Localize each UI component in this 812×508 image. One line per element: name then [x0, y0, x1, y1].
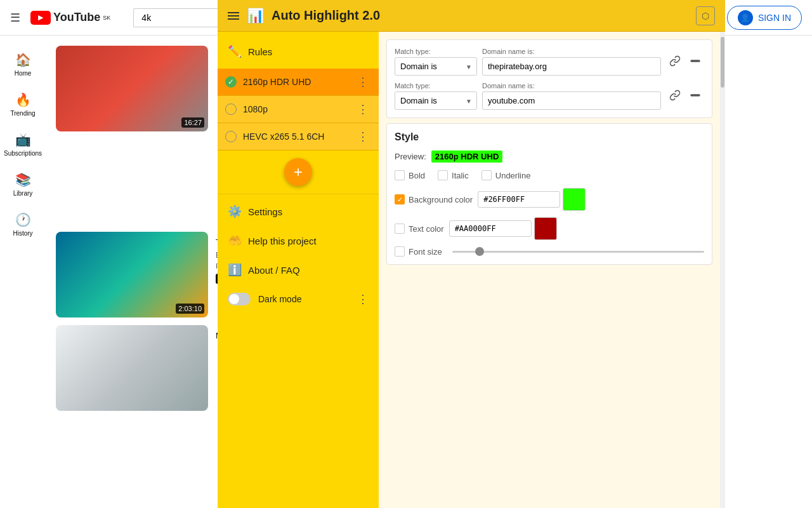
font-size-slider[interactable] — [452, 251, 704, 253]
yt-menu-icon[interactable]: ☰ — [10, 11, 20, 25]
bold-label: Bold — [409, 171, 425, 180]
video-thumbnail-1: 16:27 — [56, 46, 208, 131]
match-type-group-1: Match type: Domain is — [395, 48, 477, 76]
ext-external-link-button[interactable]: ⬡ — [696, 6, 715, 25]
ext-menu-button[interactable] — [228, 12, 239, 20]
ext-dark-mode-label: Dark mode — [258, 294, 357, 304]
rule-item-1080p[interactable]: 1080p ⋮ — [218, 96, 379, 123]
italic-checkbox[interactable] — [438, 170, 448, 180]
rule-menu-2160p[interactable]: ⋮ — [357, 75, 369, 89]
dark-mode-menu[interactable]: ⋮ — [357, 292, 369, 306]
domain-name-group-2: Domain name is: — [482, 82, 661, 110]
ext-add-rule-button[interactable]: + — [284, 158, 312, 186]
video-duration-1: 16:27 — [181, 117, 204, 128]
text-color-group: Text color — [395, 224, 444, 234]
minus-icon-2 — [690, 90, 701, 101]
italic-group: Italic — [438, 170, 469, 180]
text-color-input-group — [449, 217, 704, 240]
yt-logo: YouTubeSK — [30, 11, 110, 25]
ext-header: 📊 Auto Highlight 2.0 ⬡ — [218, 0, 725, 32]
ext-dark-mode-row: Dark mode ⋮ — [218, 284, 379, 314]
ext-dark-mode-toggle[interactable] — [228, 293, 251, 305]
domain-link-button-1[interactable] — [666, 52, 684, 70]
domain-name-input-2[interactable] — [482, 91, 661, 110]
ext-body: ✏️ Rules ✓ 2160p HDR UHD ⋮ 1080p ⋮ HEVC … — [218, 32, 725, 508]
domain-name-label-2: Domain name is: — [482, 82, 661, 90]
ext-title: Auto Highlight 2.0 — [272, 8, 688, 23]
sidebar-library-label: Library — [13, 190, 33, 197]
text-color-swatch[interactable] — [534, 217, 557, 240]
rule-label-2160p: 2160p HDR UHD — [243, 77, 357, 87]
sidebar-item-home[interactable]: 🏠 Home — [0, 46, 46, 83]
bold-group: Bold — [395, 170, 425, 180]
ext-sidebar-settings[interactable]: ⚙️ Settings — [218, 197, 379, 226]
rule-menu-1080p[interactable]: ⋮ — [357, 102, 369, 116]
ext-scrollbar-thumb[interactable] — [721, 37, 724, 88]
video-card-1[interactable]: 16:27 — [56, 46, 208, 219]
domain-actions-1 — [666, 52, 704, 71]
sidebar-trending-label: Trending — [10, 110, 35, 117]
yt-logo-text: YouTube — [53, 11, 100, 24]
text-color-input[interactable] — [449, 220, 532, 237]
svg-rect-0 — [691, 60, 700, 62]
match-type-group-2: Match type: Domain is — [395, 82, 477, 110]
underline-group: Underline — [481, 170, 531, 180]
font-size-row: Font size — [395, 246, 704, 257]
font-size-checkbox[interactable] — [395, 246, 405, 257]
home-icon: 🏠 — [15, 52, 31, 67]
rule-item-hevc[interactable]: HEVC x265 5.1 6CH ⋮ — [218, 123, 379, 150]
match-type-select-2[interactable]: Domain is — [395, 91, 477, 110]
match-type-select-1[interactable]: Domain is — [395, 57, 477, 76]
extension-overlay: 📊 Auto Highlight 2.0 ⬡ ✏️ Rules ✓ 2160p … — [218, 0, 725, 508]
rule-menu-hevc[interactable]: ⋮ — [357, 130, 369, 144]
domain-actions-2 — [666, 86, 704, 105]
settings-icon: ⚙️ — [228, 204, 240, 218]
domain-remove-button-2[interactable] — [686, 86, 704, 104]
video-list-duration-1: 2:03:10 — [176, 304, 204, 314]
bg-color-checkbox[interactable] — [395, 194, 405, 204]
sidebar-history-label: History — [13, 230, 32, 237]
ext-sidebar-rules[interactable]: ✏️ Rules — [218, 37, 379, 66]
match-type-label-2: Match type: — [395, 82, 477, 90]
ext-sidebar-about[interactable]: ℹ️ About / FAQ — [218, 255, 379, 284]
bg-color-input-group — [478, 188, 704, 211]
match-type-select-wrapper-1: Domain is — [395, 57, 477, 76]
domain-name-input-1[interactable] — [482, 57, 661, 76]
ext-sidebar-about-label: About / FAQ — [248, 265, 300, 276]
domain-remove-button-1[interactable] — [686, 52, 704, 70]
link-icon-1 — [669, 55, 681, 67]
text-color-checkbox[interactable] — [395, 224, 405, 234]
menu-line-2 — [228, 15, 239, 17]
rule-checkbox-1080p — [225, 104, 237, 115]
ext-sidebar-help-label: Help this project — [248, 236, 317, 246]
rule-checkbox-hevc — [225, 131, 237, 142]
ext-sidebar-help[interactable]: 🤲 Help this project — [218, 226, 379, 255]
library-icon: 📚 — [15, 172, 31, 187]
ext-style-section: Style Preview: 2160p HDR UHD Bold Italic — [386, 123, 712, 265]
match-type-label-1: Match type: — [395, 48, 477, 55]
sidebar-item-library[interactable]: 📚 Library — [0, 166, 46, 203]
sidebar-item-subscriptions[interactable]: 📺 Subscriptions — [0, 126, 46, 163]
sidebar-item-trending[interactable]: 🔥 Trending — [0, 86, 46, 123]
ext-format-row: Bold Italic Underline — [395, 170, 704, 180]
rule-checkbox-2160p: ✓ — [225, 76, 237, 88]
bg-color-swatch[interactable] — [563, 188, 586, 211]
ext-right-panel: Match type: Domain is Domain name is: — [379, 32, 720, 508]
ext-domain-section: Match type: Domain is Domain name is: — [386, 39, 712, 118]
sidebar-item-history[interactable]: 🕐 History — [0, 206, 46, 243]
text-color-row: Text color — [395, 217, 704, 240]
bg-color-label: Background color — [409, 195, 473, 204]
menu-line-1 — [228, 12, 239, 13]
underline-checkbox[interactable] — [481, 170, 492, 180]
bg-color-input[interactable] — [478, 191, 560, 208]
bg-color-group: Background color — [395, 194, 473, 204]
svg-rect-1 — [691, 95, 700, 96]
match-type-select-wrapper-2: Domain is — [395, 91, 477, 110]
rule-item-2160p[interactable]: ✓ 2160p HDR UHD ⋮ — [218, 69, 379, 96]
rule-label-hevc: HEVC x265 5.1 6CH — [243, 131, 357, 142]
yt-sign-in-button[interactable]: 👤 SIGN IN — [727, 6, 802, 30]
ext-sidebar-rules-label: Rules — [248, 46, 272, 57]
bold-checkbox[interactable] — [395, 170, 405, 180]
domain-link-button-2[interactable] — [666, 86, 684, 104]
italic-label: Italic — [452, 171, 469, 180]
